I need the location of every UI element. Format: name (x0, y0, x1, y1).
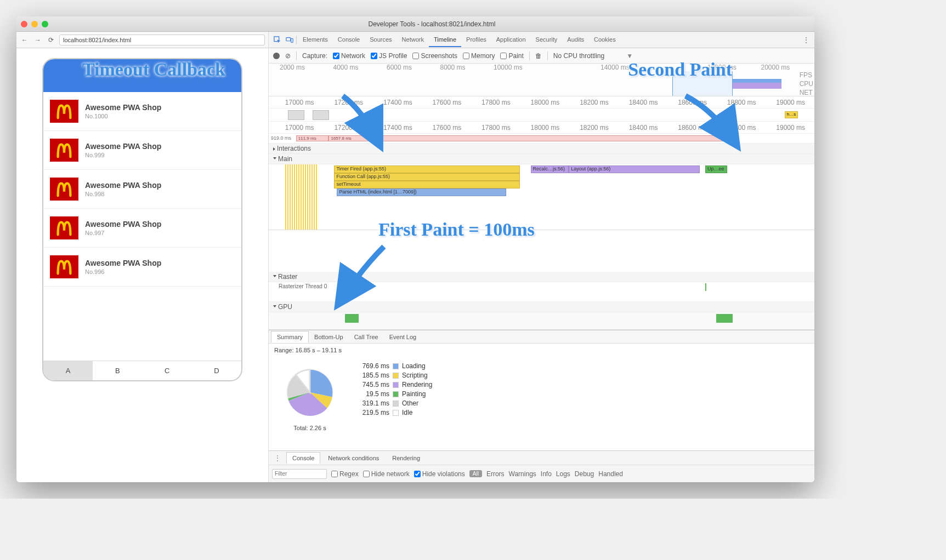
clear-icon[interactable]: ⊘ (285, 52, 291, 60)
interactions-section[interactable]: Interactions (269, 144, 814, 154)
log-level-all[interactable]: All (469, 470, 482, 477)
log-level-info[interactable]: Info (541, 470, 552, 478)
capture-jsprofile-checkbox[interactable]: JS Profile (371, 52, 407, 60)
throttling-select[interactable]: No CPU throttling (553, 52, 604, 60)
alpha-tab-a[interactable]: A (43, 361, 93, 380)
raster-section[interactable]: Raster (269, 272, 814, 282)
devtools-tab-application[interactable]: Application (491, 33, 531, 47)
traffic-lights (21, 21, 48, 27)
shop-subtitle: No.996 (85, 268, 161, 275)
summary-tab-call-tree[interactable]: Call Tree (349, 332, 384, 342)
log-level-errors[interactable]: Errors (486, 470, 505, 478)
capture-screenshots-checkbox[interactable]: Screenshots (412, 52, 457, 60)
overview-selection[interactable] (672, 71, 732, 96)
drawer-menu-icon[interactable]: ⋮ (271, 454, 284, 462)
shop-title: Awesome PWA Shop (85, 220, 161, 228)
summary-tab-event-log[interactable]: Event Log (384, 332, 422, 342)
log-level-handled[interactable]: Handled (598, 470, 623, 478)
alpha-tab-d[interactable]: D (192, 361, 241, 380)
overview-fps-label: FPS (800, 71, 813, 79)
flame-recalc[interactable]: Recalc…js:56) (531, 165, 569, 173)
log-level-warnings[interactable]: Warnings (509, 470, 536, 478)
flame-parse-html[interactable]: Parse HTML (index.html [1…7009]) (337, 188, 506, 196)
mcdonalds-logo-icon (50, 255, 78, 278)
drawer-filter-bar: Regex Hide network Hide violations All E… (269, 465, 814, 482)
devtools-tab-sources[interactable]: Sources (365, 33, 396, 47)
summary-tab-summary[interactable]: Summary (271, 331, 309, 342)
alpha-tab-b[interactable]: B (93, 361, 142, 380)
regex-checkbox[interactable]: Regex (331, 470, 359, 478)
filter-input[interactable] (272, 469, 327, 479)
shop-item[interactable]: Awesome PWA ShopNo.998 (43, 170, 241, 209)
minimize-icon[interactable] (31, 21, 38, 27)
flame-layout[interactable]: Layout (app.js:56) (569, 165, 700, 173)
summary-panel: SummaryBottom-UpCall TreeEvent Log Range… (269, 330, 814, 450)
shop-subtitle: No.997 (85, 230, 161, 236)
record-icon[interactable] (273, 53, 280, 59)
gpu-section[interactable]: GPU (269, 302, 814, 312)
shop-list[interactable]: Awesome PWA ShopNo.1000 Awesome PWA Shop… (43, 92, 241, 361)
drawer-tab-network-conditions[interactable]: Network conditions (322, 453, 384, 464)
window-title: Developer Tools - localhost:8021/index.h… (54, 20, 810, 28)
shop-item[interactable]: Awesome PWA ShopNo.997 (43, 209, 241, 248)
close-icon[interactable] (21, 21, 27, 27)
gpu-swim (269, 312, 814, 330)
device-frame: Awesome PWA ShopNo.1000 Awesome PWA Shop… (42, 58, 242, 381)
address-bar: ← → ⟳ localhost:8021/index.html (16, 32, 268, 48)
main-section[interactable]: Main (269, 154, 814, 164)
forward-icon[interactable]: → (33, 35, 43, 45)
reload-icon[interactable]: ⟳ (46, 35, 56, 45)
devtools-tab-elements[interactable]: Elements (298, 33, 333, 47)
log-level-logs[interactable]: Logs (556, 470, 570, 478)
overview-activity-bar (733, 79, 782, 89)
flame-function-call[interactable]: Function Call (app.js:55) (334, 173, 519, 181)
capture-memory-checkbox[interactable]: Memory (463, 52, 495, 60)
svg-rect-1 (286, 37, 291, 41)
mcdonalds-logo-icon (50, 100, 78, 123)
devtools-tab-security[interactable]: Security (531, 33, 563, 47)
devtools-tab-audits[interactable]: Audits (562, 33, 589, 47)
trash-icon[interactable]: 🗑 (535, 52, 542, 60)
hide-violations-checkbox[interactable]: Hide violations (414, 470, 465, 478)
overview-net-label: NET (800, 89, 813, 96)
flame-update-tree[interactable]: Up…ee (705, 165, 727, 173)
network-bar-1[interactable]: 111.9 ms (296, 135, 329, 141)
devtools-tab-console[interactable]: Console (333, 33, 365, 47)
back-icon[interactable]: ← (20, 35, 30, 45)
gpu-activity (716, 314, 733, 323)
summary-tab-bottom-up[interactable]: Bottom-Up (309, 332, 349, 342)
capture-paint-checkbox[interactable]: Paint (500, 52, 523, 60)
flame-settimeout[interactable]: setTimeout (334, 181, 519, 188)
capture-network-checkbox[interactable]: Network (333, 52, 365, 60)
summary-pie: Total: 2.26 s (274, 362, 345, 445)
shop-item[interactable]: Awesome PWA ShopNo.999 (43, 131, 241, 170)
devtools-tab-profiles[interactable]: Profiles (461, 33, 491, 47)
alpha-tab-c[interactable]: C (143, 361, 192, 380)
hide-network-checkbox[interactable]: Hide network (363, 470, 410, 478)
timeline-overview[interactable]: 2000 ms4000 ms6000 ms8000 ms10000 ms1400… (269, 64, 814, 96)
titlebar: Developer Tools - localhost:8021/index.h… (16, 16, 814, 32)
mcdonalds-logo-icon (50, 139, 78, 162)
shop-subtitle: No.1000 (85, 113, 161, 119)
drawer-tab-rendering[interactable]: Rendering (387, 453, 426, 464)
devtools-tab-cookies[interactable]: Cookies (589, 33, 621, 47)
flame-timer-fired[interactable]: Timer Fired (app.js:55) (334, 165, 519, 173)
network-bar-2[interactable]: 1657.8 ms (328, 135, 738, 141)
alpha-tabs: ABCD (43, 361, 241, 380)
inspect-icon[interactable] (272, 35, 283, 45)
thumbnail (313, 110, 329, 120)
devtools-menu-icon[interactable]: ⋮ (801, 35, 811, 45)
devtools-tab-timeline[interactable]: Timeline (429, 33, 461, 47)
log-level-debug[interactable]: Debug (575, 470, 594, 478)
hs-marker: h…s (785, 111, 798, 118)
devtools-tab-network[interactable]: Network (397, 33, 429, 47)
shop-item[interactable]: Awesome PWA ShopNo.996 (43, 248, 241, 287)
url-input[interactable]: localhost:8021/index.html (59, 35, 265, 45)
legend-row: 745.5 msRendering (356, 381, 432, 388)
timeline-area: 2000 ms4000 ms6000 ms8000 ms10000 ms1400… (269, 64, 814, 450)
shop-item[interactable]: Awesome PWA ShopNo.1000 (43, 92, 241, 131)
drawer-tab-console[interactable]: Console (286, 452, 320, 464)
maximize-icon[interactable] (42, 21, 48, 27)
main-thread-flamegraph[interactable]: Timer Fired (app.js:55) Function Call (a… (269, 164, 814, 230)
toggle-device-icon[interactable] (284, 35, 295, 45)
